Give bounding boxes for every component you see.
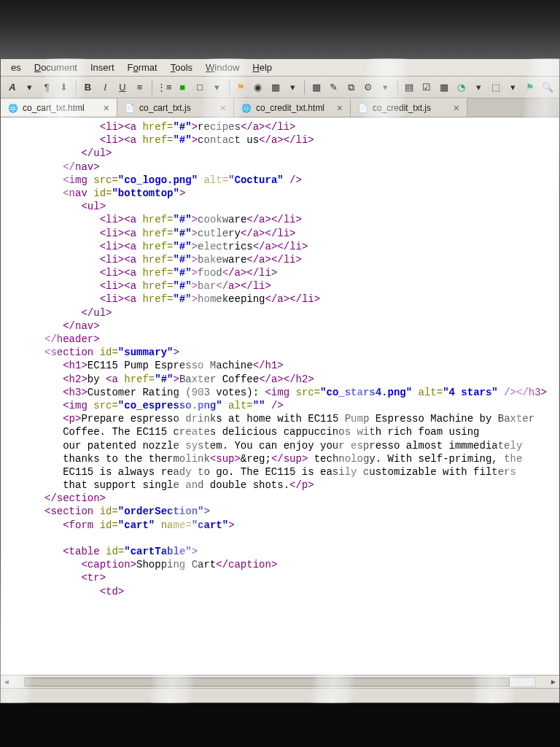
code-line: <td> xyxy=(44,585,553,598)
scrollbar-track[interactable] xyxy=(24,677,536,687)
globe-icon: 🌐 xyxy=(241,103,252,113)
flag-icon[interactable]: ⚑ xyxy=(523,80,537,96)
table-icon[interactable]: ▦ xyxy=(309,80,324,96)
align-icon[interactable]: ≡ xyxy=(133,80,147,96)
code-line: <section id="orderSection"> xyxy=(44,505,553,518)
separator xyxy=(76,80,77,95)
menu-tools[interactable]: Tools xyxy=(165,61,198,74)
code-line: </header> xyxy=(44,333,553,346)
dropdown-icon[interactable]: ▾ xyxy=(378,80,393,96)
list-icon[interactable]: ⋮≡ xyxy=(156,80,172,96)
separator xyxy=(229,80,230,95)
monitor-bezel-top xyxy=(0,0,560,58)
code-editor[interactable]: <li><a href="#">recipes</a></li> <li><a … xyxy=(1,117,559,675)
scroll-left-icon[interactable]: ◄ xyxy=(1,676,12,688)
box-icon[interactable]: □ xyxy=(192,80,207,96)
grid-icon[interactable]: ▦ xyxy=(437,80,451,96)
tab-label: co_cart_txt.js xyxy=(139,103,191,113)
code-line: <li><a href="#">homekeeping</a></li> xyxy=(44,293,553,306)
tab-co_credit_txt-html[interactable]: 🌐co_credit_txt.html× xyxy=(234,98,351,117)
globe-icon[interactable]: ◔ xyxy=(454,80,469,96)
menu-format[interactable]: Format xyxy=(122,61,163,74)
dropdown-icon[interactable]: ▾ xyxy=(210,80,225,96)
code-line: <h1>EC115 Pump Espresso Machine</h1> xyxy=(44,359,553,372)
file-icon: 📄 xyxy=(125,103,135,113)
tab-co_cart_txt-html[interactable]: 🌐co_cart_txt.html× xyxy=(1,98,117,117)
code-line: <p>Prepare espresso drinks at home with … xyxy=(44,412,553,425)
tab-co_credit_txt-js[interactable]: 📄co_credit_txt.js× xyxy=(351,98,467,117)
separator xyxy=(397,80,398,95)
close-icon[interactable]: × xyxy=(335,102,344,114)
code-line: </nav> xyxy=(44,160,553,174)
code-line: <h3>Customer Rating (903 votes): <img sr… xyxy=(44,386,553,399)
layout-icon[interactable]: ▤ xyxy=(402,80,417,96)
close-icon[interactable]: × xyxy=(452,102,461,114)
menu-help[interactable]: Help xyxy=(246,61,278,74)
code-line: </ul> xyxy=(44,306,553,320)
file-icon: 📄 xyxy=(358,103,368,113)
code-line: <nav id="bottomtop"> xyxy=(44,187,553,200)
code-line: <section id="summary"> xyxy=(44,346,553,359)
horizontal-scrollbar[interactable]: ◄ ► xyxy=(1,675,559,688)
dropdown-icon[interactable]: ▾ xyxy=(23,80,37,96)
monitor-bezel-bottom xyxy=(0,703,560,747)
editor-window: es Document Insert Format Tools Window H… xyxy=(0,58,560,703)
dropdown-icon[interactable]: ▾ xyxy=(471,80,486,96)
code-line: <li><a href="#">food</a></li> xyxy=(44,266,553,279)
box-icon[interactable]: ⬚ xyxy=(489,80,503,96)
scroll-right-icon[interactable]: ► xyxy=(548,676,559,688)
code-line: that support single and double shots.</p… xyxy=(44,479,553,492)
edit-icon[interactable]: ✎ xyxy=(327,80,341,96)
menu-es-partial[interactable]: es xyxy=(5,61,27,74)
code-line: <img src="co_espresso.png" alt="" /> xyxy=(44,399,553,412)
circle-icon[interactable]: ◉ xyxy=(251,80,265,96)
code-line: <form id="cart" name="cart"> xyxy=(44,519,553,532)
code-line: <img src="co_logo.png" alt="Coctura" /> xyxy=(44,174,553,187)
code-line: </section> xyxy=(44,492,553,505)
code-line: <tr> xyxy=(44,571,553,584)
globe-icon: 🌐 xyxy=(8,103,18,113)
gear-icon[interactable]: ⚙ xyxy=(361,80,376,96)
dropdown-icon[interactable]: ▾ xyxy=(286,80,300,96)
code-line xyxy=(44,532,553,545)
code-line: <ul> xyxy=(44,200,553,213)
menu-document[interactable]: Document xyxy=(28,61,83,74)
code-line: <h2>by <a href="#">Baxter Coffee</a></h2… xyxy=(44,373,553,386)
code-line: Coffee. The EC115 creates delicious capp… xyxy=(44,425,553,438)
flag-icon[interactable]: ⚑ xyxy=(233,80,248,96)
code-line: </nav> xyxy=(44,320,553,333)
search-icon[interactable]: 🔍 xyxy=(540,80,555,96)
dropdown-icon[interactable]: ▾ xyxy=(506,80,521,96)
copy-icon[interactable]: ⧉ xyxy=(344,80,359,96)
code-line: <li><a href="#">recipes</a></li> xyxy=(44,120,553,133)
scrollbar-thumb[interactable] xyxy=(25,678,510,686)
menu-window[interactable]: Window xyxy=(200,61,245,74)
code-line: thanks to the thermolink<sup>&reg;</sup>… xyxy=(44,452,553,465)
code-line: our patented nozzle system. You can enjo… xyxy=(44,439,553,452)
underline-button[interactable]: U xyxy=(115,80,130,96)
separator xyxy=(304,80,305,95)
check-icon[interactable]: ☑ xyxy=(419,80,434,96)
color-box-icon[interactable]: ■ xyxy=(175,80,190,96)
code-line: <li><a href="#">bakeware</a></li> xyxy=(44,253,553,266)
code-line: <table id="cartTable"> xyxy=(44,545,553,558)
grid-icon[interactable]: ▦ xyxy=(268,80,283,96)
italic-button[interactable]: I xyxy=(98,80,112,96)
separator xyxy=(152,80,152,95)
menu-insert[interactable]: Insert xyxy=(85,61,120,74)
code-line: <li><a href="#">contact us</a></li> xyxy=(44,133,553,147)
close-icon[interactable]: × xyxy=(219,102,228,114)
download-icon[interactable]: ⬇ xyxy=(57,80,71,96)
font-style-button[interactable]: A xyxy=(5,80,20,96)
toolbar: A ▾ ¶ ⬇ B I U ≡ ⋮≡ ■ □ ▾ ⚑ ◉ ▦ ▾ ▦ ✎ ⧉ ⚙… xyxy=(1,77,559,98)
code-line: <li><a href="#">bar</a></li> xyxy=(44,279,553,293)
close-icon[interactable]: × xyxy=(102,102,111,114)
paragraph-icon[interactable]: ¶ xyxy=(39,80,54,96)
tab-label: co_credit_txt.html xyxy=(256,103,324,113)
code-line: EC115 is always ready to go. The EC115 i… xyxy=(44,465,553,479)
bold-button[interactable]: B xyxy=(81,80,96,96)
menubar: es Document Insert Format Tools Window H… xyxy=(1,59,559,77)
tab-label: co_credit_txt.js xyxy=(373,103,431,113)
code-line: <li><a href="#">cutlery</a></li> xyxy=(44,227,553,240)
tab-co_cart_txt-js[interactable]: 📄co_cart_txt.js× xyxy=(117,98,234,117)
